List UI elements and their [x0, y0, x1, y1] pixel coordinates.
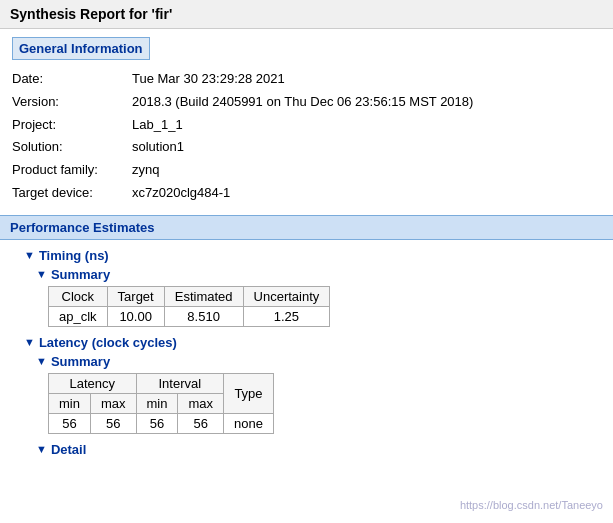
timing-col-estimated: Estimated	[164, 286, 243, 306]
info-row-date: Date: Tue Mar 30 23:29:28 2021	[12, 68, 601, 91]
general-info-header: General Information	[12, 37, 150, 60]
info-row-product: Product family: zynq	[12, 159, 601, 182]
label-solution: Solution:	[12, 137, 132, 158]
main-content: General Information Date: Tue Mar 30 23:…	[0, 29, 613, 471]
watermark: https://blog.csdn.net/Taneeyo	[460, 499, 603, 511]
label-version: Version:	[12, 92, 132, 113]
label-device: Target device:	[12, 183, 132, 204]
timing-estimated-val: 8.510	[164, 306, 243, 326]
timing-collapse-row: ▼ Timing (ns)	[24, 248, 601, 263]
label-date: Date:	[12, 69, 132, 90]
timing-col-target: Target	[107, 286, 164, 306]
latency-col-max1: max	[90, 393, 136, 413]
table-row: 56 56 56 56 none	[49, 413, 274, 433]
detail-collapse-icon[interactable]: ▼	[36, 443, 47, 455]
app-container: Synthesis Report for 'fir' General Infor…	[0, 0, 613, 523]
latency-summary-label: Summary	[51, 354, 110, 369]
label-product: Product family:	[12, 160, 132, 181]
timing-section: ▼ Timing (ns) ▼ Summary Clock Target Est…	[24, 248, 601, 327]
value-version: 2018.3 (Build 2405991 on Thu Dec 06 23:5…	[132, 92, 473, 113]
latency-type-val: none	[224, 413, 274, 433]
latency-col-max2: max	[178, 393, 224, 413]
timing-summary-section: ▼ Summary Clock Target Estimated Uncerta…	[36, 267, 601, 327]
latency-max1-val: 56	[90, 413, 136, 433]
timing-col-clock: Clock	[49, 286, 108, 306]
general-info-section: General Information Date: Tue Mar 30 23:…	[12, 37, 601, 205]
timing-table-header-row: Clock Target Estimated Uncertainty	[49, 286, 330, 306]
value-solution: solution1	[132, 137, 184, 158]
latency-title: Latency (clock cycles)	[39, 335, 177, 350]
timing-collapse-icon[interactable]: ▼	[24, 249, 35, 261]
latency-group-header-row: Latency Interval Type	[49, 373, 274, 393]
latency-group-latency: Latency	[49, 373, 137, 393]
timing-clock-val: ap_clk	[49, 306, 108, 326]
latency-summary-section: ▼ Summary Latency Interval Type min max	[36, 354, 601, 434]
latency-group-interval: Interval	[136, 373, 224, 393]
performance-header: Performance Estimates	[0, 215, 613, 240]
latency-table: Latency Interval Type min max min max	[48, 373, 274, 434]
timing-target-val: 10.00	[107, 306, 164, 326]
detail-label: Detail	[51, 442, 86, 457]
latency-collapse-row: ▼ Latency (clock cycles)	[24, 335, 601, 350]
value-date: Tue Mar 30 23:29:28 2021	[132, 69, 285, 90]
info-row-device: Target device: xc7z020clg484-1	[12, 182, 601, 205]
timing-title: Timing (ns)	[39, 248, 109, 263]
timing-summary-icon[interactable]: ▼	[36, 268, 47, 280]
info-row-solution: Solution: solution1	[12, 136, 601, 159]
timing-summary-collapse: ▼ Summary	[36, 267, 601, 282]
latency-collapse-icon[interactable]: ▼	[24, 336, 35, 348]
info-table: Date: Tue Mar 30 23:29:28 2021 Version: …	[12, 68, 601, 205]
latency-summary-collapse: ▼ Summary	[36, 354, 601, 369]
latency-summary-icon[interactable]: ▼	[36, 355, 47, 367]
info-row-project: Project: Lab_1_1	[12, 114, 601, 137]
timing-summary-label: Summary	[51, 267, 110, 282]
latency-min1-val: 56	[49, 413, 91, 433]
latency-max2-val: 56	[178, 413, 224, 433]
latency-min2-val: 56	[136, 413, 178, 433]
info-row-version: Version: 2018.3 (Build 2405991 on Thu De…	[12, 91, 601, 114]
timing-col-uncertainty: Uncertainty	[243, 286, 330, 306]
latency-section: ▼ Latency (clock cycles) ▼ Summary Laten…	[24, 335, 601, 457]
value-product: zynq	[132, 160, 159, 181]
timing-uncertainty-val: 1.25	[243, 306, 330, 326]
latency-col-min2: min	[136, 393, 178, 413]
page-title: Synthesis Report for 'fir'	[0, 0, 613, 29]
label-project: Project:	[12, 115, 132, 136]
latency-col-type: Type	[224, 373, 274, 413]
detail-collapse-row: ▼ Detail	[36, 442, 601, 457]
timing-table: Clock Target Estimated Uncertainty ap_cl…	[48, 286, 330, 327]
value-device: xc7z020clg484-1	[132, 183, 230, 204]
value-project: Lab_1_1	[132, 115, 183, 136]
table-row: ap_clk 10.00 8.510 1.25	[49, 306, 330, 326]
latency-col-min1: min	[49, 393, 91, 413]
